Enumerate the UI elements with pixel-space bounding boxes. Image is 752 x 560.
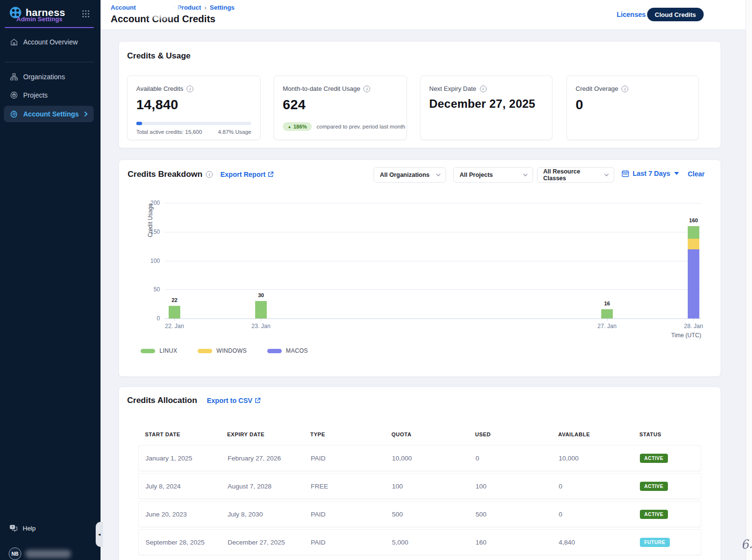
status-badge: FUTURE (640, 538, 670, 547)
credits-usage-title: Credits & Usage (127, 51, 190, 61)
help-chat-icon: ? (10, 525, 18, 532)
username-redacted-blur (25, 550, 71, 558)
x-tick-label: 22. Jan (155, 323, 194, 330)
bar-segment-linux[interactable] (688, 226, 699, 239)
module-grid-icon[interactable] (82, 10, 90, 18)
handwritten-annotation: 6. (740, 537, 752, 552)
sidebar-item-account-settings[interactable]: Account Settings (4, 106, 94, 122)
cell-available: 0 (559, 483, 640, 490)
cell-start: June 20, 2023 (145, 511, 228, 518)
sidebar-collapse-handle[interactable]: ◄ (96, 522, 103, 547)
next-expiry-card: Next Expiry Date December 27, 2025 (420, 75, 552, 140)
chevron-down-icon (436, 173, 441, 176)
chevron-right-icon (84, 111, 88, 117)
cell-expiry: December 27, 2025 (228, 539, 311, 546)
next-expiry-value: December 27, 2025 (429, 96, 540, 111)
table-row[interactable]: June 20, 2023July 8, 2030PAID5005000ACTI… (138, 501, 701, 527)
org-filter-dropdown[interactable]: All Organizations (374, 167, 446, 183)
credit-overage-value: 0 (576, 97, 690, 113)
cell-type: PAID (311, 455, 392, 462)
column-header: QUOTA (391, 431, 475, 437)
legend-swatch (141, 349, 155, 353)
allocation-table-header: START DATEEXPIRY DATETYPEQUOTAUSEDAVAILA… (138, 431, 701, 437)
sidebar-item-projects[interactable]: Projects (4, 87, 94, 103)
clear-filters-link[interactable]: Clear (688, 170, 705, 178)
admin-settings-label: Admin Settings (16, 15, 62, 23)
credit-overage-label: Credit Overage (576, 85, 618, 92)
info-icon[interactable] (187, 86, 193, 92)
avatar[interactable]: NB (9, 547, 21, 560)
breadcrumb-separator: › (204, 4, 206, 11)
credits-breakdown-section: Credits Breakdown Export Report All Orga… (118, 159, 721, 377)
export-csv-link[interactable]: Export to CSV (207, 397, 260, 404)
sidebar-item-account-overview[interactable]: Account Overview (4, 34, 94, 50)
gridline (165, 289, 701, 290)
bar-segment-macos[interactable] (688, 249, 699, 318)
status-badge: ACTIVE (640, 510, 668, 519)
resource-class-filter-value: All Resource Classes (543, 168, 604, 182)
export-report-link[interactable]: Export Report (220, 171, 274, 178)
export-report-label: Export Report (220, 171, 265, 178)
resource-class-filter-dropdown[interactable]: All Resource Classes (537, 167, 614, 183)
project-filter-dropdown[interactable]: All Projects (453, 167, 533, 183)
cell-available: 0 (559, 511, 640, 518)
table-row[interactable]: July 8, 2024August 7, 2028FREE1001000ACT… (138, 473, 701, 499)
bar-segment-linux[interactable] (601, 309, 613, 318)
mtd-usage-label: Month-to-date Credit Usage (283, 85, 360, 92)
project-filter-value: All Projects (460, 172, 523, 178)
credits-progress-bar (136, 122, 251, 125)
breadcrumb-settings-link[interactable]: Settings (210, 4, 234, 11)
y-tick-label: 0 (136, 315, 160, 322)
cell-expiry: August 7, 2028 (228, 483, 311, 490)
legend-item-linux[interactable]: LINUX (141, 347, 177, 354)
sidebar-item-organizations[interactable]: Organizations (4, 69, 94, 85)
cell-used: 500 (476, 511, 559, 518)
info-icon[interactable] (363, 86, 370, 92)
bar-segment-linux[interactable] (255, 301, 267, 318)
info-icon[interactable] (206, 171, 213, 178)
breadcrumb-account-link[interactable]: Account (111, 4, 136, 11)
gear-icon (10, 110, 18, 118)
mtd-usage-card: Month-to-date Credit Usage 624 ▲ 186% co… (274, 75, 407, 140)
date-range-filter[interactable]: Last 7 Days (622, 170, 679, 177)
help-button[interactable]: ? Help (10, 525, 36, 532)
column-header: AVAILABLE (558, 431, 639, 437)
bar-segment-linux[interactable] (169, 306, 180, 318)
organizations-icon (10, 73, 18, 81)
legend-item-macos[interactable]: MACOS (267, 347, 308, 354)
mtd-usage-value: 624 (283, 97, 398, 113)
licenses-link[interactable]: Licenses (617, 11, 646, 18)
cell-used: 160 (476, 539, 559, 546)
credits-progress-fill (136, 122, 142, 125)
caret-down-icon (674, 172, 679, 175)
external-link-icon (268, 172, 274, 177)
bar-segment-windows[interactable] (688, 239, 699, 249)
total-active-credits: Total active credits: 15,600 (136, 129, 202, 135)
table-row[interactable]: January 1, 2025February 27, 2026PAID10,0… (138, 445, 701, 471)
chart-legend: LINUXWINDOWSMACOS (141, 347, 328, 354)
table-row[interactable]: September 28, 2025December 27, 2025PAID5… (138, 529, 701, 555)
available-credits-value: 14,840 (136, 97, 251, 113)
help-label: Help (23, 525, 36, 532)
cloud-credits-button[interactable]: Cloud Credits (647, 8, 704, 21)
cell-available: 10,000 (559, 455, 640, 462)
info-icon[interactable] (622, 86, 628, 92)
cell-start: July 8, 2024 (145, 483, 228, 490)
column-header: EXPIRY DATE (227, 431, 310, 437)
gridline (165, 261, 701, 261)
chevron-down-icon (523, 173, 528, 176)
credits-breakdown-title: Credits Breakdown (128, 170, 202, 179)
x-tick-label: 27. Jan (588, 323, 626, 330)
legend-item-windows[interactable]: WINDOWS (198, 347, 247, 354)
legend-label: MACOS (286, 347, 308, 354)
available-credits-card: Available Credits 14,840 Total active cr… (127, 75, 260, 140)
avatar-initials: NB (12, 551, 18, 557)
external-link-icon (255, 398, 260, 403)
info-icon[interactable] (480, 86, 487, 92)
bar-total-label: 30 (246, 292, 275, 298)
cell-type: PAID (311, 539, 392, 546)
cell-quota: 100 (392, 483, 476, 490)
x-axis-title: Time (UTC) (643, 332, 701, 339)
scrollbar-gutter[interactable] (746, 0, 752, 560)
sidebar-divider (5, 62, 94, 62)
